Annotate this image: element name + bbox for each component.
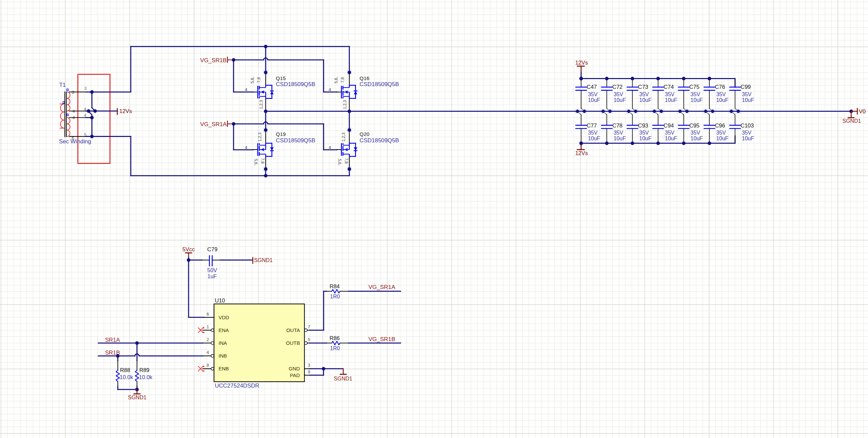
svg-text:T1: T1 [59,82,66,88]
svg-text:1R0: 1R0 [330,346,340,351]
svg-text:35V: 35V [588,130,598,136]
svg-text:35V: 35V [614,91,623,97]
svg-text:OUTB: OUTB [286,340,300,346]
svg-text:GND: GND [289,366,300,371]
svg-text:V0: V0 [859,108,866,115]
svg-text:Q15: Q15 [276,75,286,81]
svg-text:10uF: 10uF [640,97,652,103]
svg-text:UCC27524DSDR: UCC27524DSDR [215,382,259,389]
svg-text:35V: 35V [665,91,675,97]
svg-text:1,2,3: 1,2,3 [257,133,262,142]
svg-text:VG_SR1A: VG_SR1A [368,284,395,290]
svg-text:9: 9 [308,369,310,374]
svg-text:Q20: Q20 [360,131,370,137]
svg-text:4: 4 [245,145,247,150]
svg-text:SGND1: SGND1 [254,257,273,263]
svg-text:10uF: 10uF [716,136,728,141]
svg-text:10uF: 10uF [716,97,728,103]
svg-text:C96: C96 [715,122,725,128]
svg-text:7,8: 7,8 [344,158,349,164]
svg-text:1,2,3: 1,2,3 [341,133,346,142]
svg-text:C74: C74 [663,84,674,90]
svg-text:VG_SR1B: VG_SR1B [200,57,226,64]
svg-text:CSD18509Q5B: CSD18509Q5B [360,137,399,144]
svg-text:10uF: 10uF [614,97,626,103]
svg-text:1: 1 [207,324,209,329]
svg-text:U10: U10 [215,297,225,303]
svg-text:35V: 35V [716,130,726,136]
svg-text:10uF: 10uF [588,136,600,141]
svg-text:35V: 35V [640,91,649,97]
svg-text:4: 4 [72,109,75,114]
svg-text:OUTA: OUTA [286,327,300,333]
svg-text:10uF: 10uF [588,97,600,103]
svg-text:12Vs: 12Vs [575,60,588,66]
svg-text:C75: C75 [689,84,699,90]
svg-text:R88: R88 [120,367,130,373]
svg-text:INA: INA [218,340,227,346]
svg-text:10uF: 10uF [690,97,703,103]
svg-text:C73: C73 [638,84,648,90]
svg-text:12Vs: 12Vs [119,108,132,114]
svg-text:8: 8 [207,363,209,368]
svg-text:35V: 35V [614,130,623,136]
svg-text:4: 4 [207,350,209,355]
svg-text:10uF: 10uF [640,136,652,141]
svg-text:C76: C76 [715,84,725,90]
svg-text:4: 4 [84,113,86,118]
svg-text:50V: 50V [208,267,217,273]
svg-text:Q19: Q19 [276,131,286,137]
svg-text:ENB: ENB [218,366,229,371]
svg-text:12Vs: 12Vs [575,150,588,156]
svg-text:R86: R86 [330,335,340,341]
svg-text:5Vcc: 5Vcc [182,246,195,252]
svg-text:10uF: 10uF [614,136,626,141]
svg-text:SGND1: SGND1 [334,376,352,381]
svg-text:4: 4 [329,87,331,92]
svg-text:SR1A: SR1A [105,337,120,343]
svg-text:C79: C79 [208,246,217,252]
svg-text:C47: C47 [587,84,597,90]
svg-text:ENA: ENA [218,327,229,333]
svg-text:35V: 35V [588,91,598,97]
svg-text:7,8: 7,8 [256,77,261,83]
svg-text:2: 2 [207,337,209,342]
svg-text:R84: R84 [330,283,340,289]
svg-text:35V: 35V [716,91,726,97]
svg-text:10uF: 10uF [690,136,703,141]
svg-text:INB: INB [218,353,227,359]
svg-text:CSD18509Q5B: CSD18509Q5B [360,81,399,87]
svg-text:7,8: 7,8 [340,77,345,83]
svg-text:SGND1: SGND1 [842,118,861,124]
svg-text:10.0k: 10.0k [120,374,133,380]
svg-text:35V: 35V [742,91,752,97]
svg-text:35V: 35V [690,91,700,97]
svg-text:35V: 35V [665,130,675,136]
svg-text:5: 5 [308,337,310,342]
svg-text:1,2,3: 1,2,3 [259,100,264,109]
svg-text:Sec Winding: Sec Winding [59,138,91,145]
svg-text:R89: R89 [139,367,149,373]
svg-text:C103: C103 [741,122,754,128]
svg-text:7,8: 7,8 [260,158,265,164]
svg-text:4: 4 [245,87,247,92]
svg-text:3: 3 [72,90,74,95]
svg-text:35V: 35V [640,130,649,136]
svg-text:C94: C94 [663,122,674,128]
svg-text:VG_SR1B: VG_SR1B [368,336,395,343]
svg-text:6: 6 [207,312,209,317]
svg-text:C72: C72 [613,84,623,90]
svg-text:1uF: 1uF [208,273,217,279]
svg-text:10uF: 10uF [665,136,677,141]
svg-text:35V: 35V [690,130,700,136]
svg-text:1R0: 1R0 [330,294,340,299]
svg-text:VDD: VDD [218,315,229,320]
svg-text:10uF: 10uF [742,97,754,103]
svg-text:SGND1: SGND1 [128,395,147,400]
svg-text:10.0k: 10.0k [139,374,153,380]
svg-text:4: 4 [72,115,75,120]
svg-text:10uF: 10uF [665,97,677,103]
svg-text:C78: C78 [613,122,623,128]
svg-text:5,6,: 5,6, [334,77,339,83]
svg-text:5,6,: 5,6, [337,159,342,166]
